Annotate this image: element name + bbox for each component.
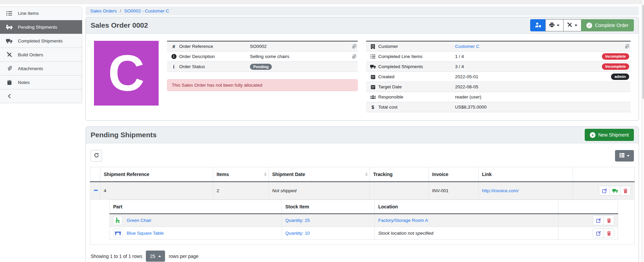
column-header-tracking[interactable]: Tracking <box>370 167 429 182</box>
caret-down-icon <box>575 25 577 26</box>
table-image <box>115 230 121 236</box>
sidebar-item-completed-shipments[interactable]: Completed Shipments <box>0 34 82 48</box>
detail-row-target-date: Target Date 2022-08-05 <box>366 82 631 92</box>
sidebar-item-label: Pending Shipments <box>18 25 57 30</box>
detail-label: Completed Shipments <box>378 64 455 69</box>
detail-value: 3 / 4 <box>455 64 602 69</box>
detail-label: Order Status <box>179 64 250 69</box>
allocation-row-actions <box>593 215 614 225</box>
delete-allocation-button[interactable] <box>604 216 614 225</box>
delete-shipment-button[interactable] <box>620 186 631 195</box>
incomplete-badge: Incomplete <box>602 53 629 60</box>
tools-icon <box>567 22 572 28</box>
detail-label: Created <box>378 74 455 79</box>
columns-dropdown-button[interactable] <box>615 150 634 162</box>
detail-label: Responsible <box>378 94 455 99</box>
column-header-location: Location <box>375 200 558 214</box>
cell-tracking <box>370 182 429 200</box>
detail-value: reader (user) <box>455 94 629 99</box>
column-header-link[interactable]: Link <box>479 167 573 182</box>
customer-image[interactable]: C <box>94 41 159 106</box>
copy-icon[interactable] <box>348 44 356 49</box>
allocation-row-actions <box>593 228 614 238</box>
sidebar-item-attachments[interactable]: Attachments <box>0 62 82 76</box>
top-navbar-edge <box>0 0 644 4</box>
order-details-right: Customer Customer C Completed Line Items <box>366 41 631 112</box>
main-content: Sales Orders / SO0002 - Customer C Sales… <box>86 6 639 262</box>
actions-column-header <box>558 200 618 214</box>
sidebar-collapse-button[interactable] <box>0 89 82 103</box>
breadcrumb-sales-orders-link[interactable]: Sales Orders <box>90 8 117 13</box>
page-size-value: 25 <box>150 254 155 259</box>
detail-row-order-description: i Order Description Selling some chairs <box>167 52 358 62</box>
scrollbar-thumb[interactable] <box>642 5 644 99</box>
order-options-dropdown-button[interactable] <box>563 19 581 31</box>
sidebar-item-line-items[interactable]: Line Items <box>0 6 82 20</box>
detail-value: 2022-08-05 <box>455 84 629 89</box>
customer-link[interactable]: Customer C <box>455 44 479 49</box>
table-toolbar <box>91 150 634 162</box>
edit-allocation-button[interactable] <box>593 229 604 238</box>
calendar-icon <box>367 85 378 89</box>
detail-label: Total cost <box>378 105 455 110</box>
column-header-shipment-date[interactable]: Shipment Date <box>269 167 370 182</box>
location-not-specified: Stock location not specified <box>375 227 558 240</box>
stock-item-link[interactable]: Quantity: 10 <box>285 231 310 236</box>
order-panel-body: C # Order Reference SO0002 i <box>86 34 639 120</box>
caret-down-icon <box>627 155 630 157</box>
detail-label: Target Date <box>378 84 455 89</box>
column-header-invoice[interactable]: Invoice <box>429 167 479 182</box>
subtable-header-row: Part Stock Item Location <box>110 200 618 214</box>
info-icon: i <box>168 64 179 69</box>
shipment-row-actions <box>599 186 631 196</box>
refresh-button[interactable] <box>91 150 102 162</box>
sales-order-page: Line Items Pending Shipments Completed S… <box>0 0 644 262</box>
part-thumbnail[interactable] <box>113 216 122 225</box>
order-details-table: # Order Reference SO0002 i Order Descrip… <box>167 41 358 72</box>
info-circle-icon: i <box>168 54 179 59</box>
cell-shipment-reference: 4 <box>100 182 213 200</box>
vertical-scrollbar[interactable] <box>642 0 644 262</box>
detail-value: US$8,375.0000 <box>455 105 629 110</box>
expand-column-header <box>90 167 100 182</box>
sidebar-item-build-orders[interactable]: Build Orders <box>0 48 82 62</box>
detail-label: Order Reference <box>179 44 250 49</box>
detail-row-completed-shipments: Completed Shipments 3 / 4 Incomplete <box>366 62 631 72</box>
page-size-dropdown[interactable]: 25 <box>146 251 165 262</box>
location-link[interactable]: Factory/Storage Room A <box>378 218 428 223</box>
new-shipment-button[interactable]: + New Shipment <box>585 129 634 141</box>
column-header-shipment-reference[interactable]: Shipment Reference <box>100 167 213 182</box>
collapse-row-button[interactable] <box>90 182 100 200</box>
sidebar-item-label: Notes <box>18 80 30 85</box>
detail-value: Pending <box>250 64 356 69</box>
invoice-link[interactable]: http://invoice.com/ <box>482 188 519 193</box>
ship-shipment-button[interactable] <box>610 186 620 195</box>
copy-icon[interactable] <box>348 54 356 59</box>
sidebar-item-notes[interactable]: Notes <box>0 76 82 89</box>
complete-order-button[interactable]: ✓ Complete Order <box>581 19 634 31</box>
edit-shipment-button[interactable] <box>599 186 610 195</box>
dollar-icon: $ <box>367 105 378 110</box>
incomplete-badge: Incomplete <box>602 63 629 70</box>
shipment-detail-row: Part Stock Item Location <box>90 200 635 245</box>
column-header-items[interactable]: Items <box>213 167 269 182</box>
detail-label: Customer <box>378 44 455 49</box>
part-link[interactable]: Blue Square Table <box>127 231 164 236</box>
delete-allocation-button[interactable] <box>604 229 614 238</box>
edit-allocation-button[interactable] <box>593 216 604 225</box>
customer-admin-button[interactable] <box>530 19 546 31</box>
truck-loading-icon <box>6 25 13 30</box>
order-panel-header: Sales Order 0002 <box>86 17 639 34</box>
copy-icon[interactable] <box>620 44 629 49</box>
building-icon <box>367 44 378 49</box>
part-link[interactable]: Green Chair <box>127 218 152 223</box>
column-header-part: Part <box>110 200 282 214</box>
sidebar-item-pending-shipments[interactable]: Pending Shipments <box>0 20 82 34</box>
print-dropdown-button[interactable] <box>545 19 564 31</box>
breadcrumb-order-link[interactable]: SO0002 - Customer C <box>124 8 169 13</box>
column-header-stock-item: Stock Item <box>282 200 375 214</box>
stock-item-link[interactable]: Quantity: 25 <box>285 218 310 223</box>
table-pagination: Showing 1 to 1 of 1 rows 25 rows per pag… <box>91 251 634 262</box>
shipments-table-header-row: Shipment Reference Items Shipment Date T… <box>90 167 635 182</box>
part-thumbnail[interactable] <box>113 229 122 238</box>
